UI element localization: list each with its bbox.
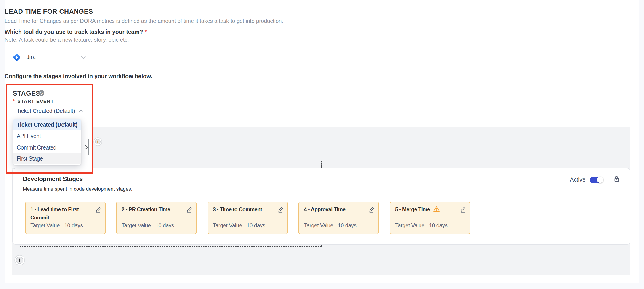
start-event-select[interactable]: Ticket Created (Default) [17,108,83,114]
dropdown-option-label: Commit Created [17,144,56,151]
plus-icon: + [18,257,21,264]
stage-card[interactable]: 5 - Merge TimeTarget Value - 10 days [390,201,470,234]
warning-triangle-icon [432,206,440,212]
add-stage-group-button[interactable]: + [16,256,23,264]
stage-card[interactable]: 1 - Lead time to First CommitTarget Valu… [25,201,105,234]
stage-connector-dash [196,218,207,218]
active-toggle[interactable] [590,177,603,183]
stage-target-value: Target Value - 10 days [122,222,174,229]
connector-dash [98,160,321,161]
page-title: LEAD TIME FOR CHANGES [4,8,93,15]
arrow-right-icon [85,145,88,149]
active-label: Active [570,176,586,183]
stage-card[interactable]: 4 - Approval TimeTarget Value - 10 days [298,201,379,234]
development-stages-subtitle: Measure time spent in code development s… [23,186,132,192]
tool-question-label: Which tool do you use to track tasks in … [4,29,147,35]
stage-card-title-text: 2 - PR Creation Time [122,206,170,212]
chevron-up-icon [78,110,83,113]
connector-dash [321,244,322,247]
stage-card-title: 1 - Lead time to First Commit [30,205,94,222]
stage-card[interactable]: 2 - PR Creation TimeTarget Value - 10 da… [116,201,196,234]
dropdown-option-label: First Stage [17,155,43,162]
dropdown-option[interactable]: First Stage [13,153,81,164]
stage-card-title-text: 3 - Time to Comment [213,206,262,212]
stages-count-badge: 5 [38,90,44,96]
dropdown-option[interactable]: Commit Created [13,142,81,153]
stage-card-title: 5 - Merge Time [395,205,440,213]
start-event-select-value: Ticket Created (Default) [17,108,75,114]
jira-icon [12,52,22,62]
stage-target-value: Target Value - 10 days [213,222,265,229]
task-tool-value: Jira [26,54,36,60]
toggle-knob [597,176,603,183]
development-stages-title: Development Stages [23,175,83,182]
configure-stages-label: Configure the stages involved in your wo… [4,73,152,80]
chevron-down-icon [81,56,86,59]
start-event-dropdown: Ticket Created (Default)API EventCommit … [13,119,81,165]
lock-icon[interactable] [614,176,619,182]
connector-dash [20,246,20,256]
page-description: Lead Time for Changes as per DORA metric… [4,18,283,24]
plus-icon: + [96,139,100,145]
dropdown-option-label: Ticket Created (Default) [17,121,78,128]
add-stage-button[interactable]: + [95,139,100,145]
dropdown-option-label: API Event [17,133,41,139]
edit-pencil-icon[interactable] [277,206,283,212]
stage-card-title: 3 - Time to Comment [213,205,262,213]
connector-dash [98,146,98,160]
required-asterisk: * [13,98,15,104]
edit-pencil-icon[interactable] [368,206,374,212]
tool-question-note: Note: A task could be a new feature, sto… [4,37,129,43]
stage-connector-dash [105,218,116,218]
connector-dash [321,160,322,168]
stage-card[interactable]: 3 - Time to CommentTarget Value - 10 day… [207,201,288,234]
stage-card-title-text: 4 - Approval Time [304,206,346,212]
stage-card-title: 4 - Approval Time [304,205,346,213]
stage-connector-dash [288,218,298,218]
start-event-label: * START EVENT [13,98,54,104]
edit-pencil-icon[interactable] [186,206,192,212]
start-node-line [88,139,89,155]
dropdown-option[interactable]: Ticket Created (Default) [13,119,81,130]
stage-card-title-text: 5 - Merge Time [395,206,430,212]
dropdown-option[interactable]: API Event [13,130,81,142]
stages-title: STAGES [13,89,40,97]
edit-pencil-icon[interactable] [460,206,466,212]
connector-dash [20,246,321,247]
stage-card-title: 2 - PR Creation Time [122,205,170,213]
required-asterisk: * [145,29,147,35]
stage-target-value: Target Value - 10 days [304,222,356,229]
stage-target-value: Target Value - 10 days [30,222,83,229]
edit-pencil-icon[interactable] [95,206,101,212]
select-underline [13,117,81,117]
page-root: LEAD TIME FOR CHANGES Lead Time for Chan… [0,0,644,289]
stage-cards-row: 1 - Lead time to First CommitTarget Valu… [0,201,644,234]
stage-connector-dash [379,218,390,218]
stage-card-title-text: 1 - Lead time to First Commit [30,206,79,220]
task-tool-select[interactable]: Jira [8,51,90,64]
connector-dash [89,145,94,145]
stage-target-value: Target Value - 10 days [395,222,448,229]
